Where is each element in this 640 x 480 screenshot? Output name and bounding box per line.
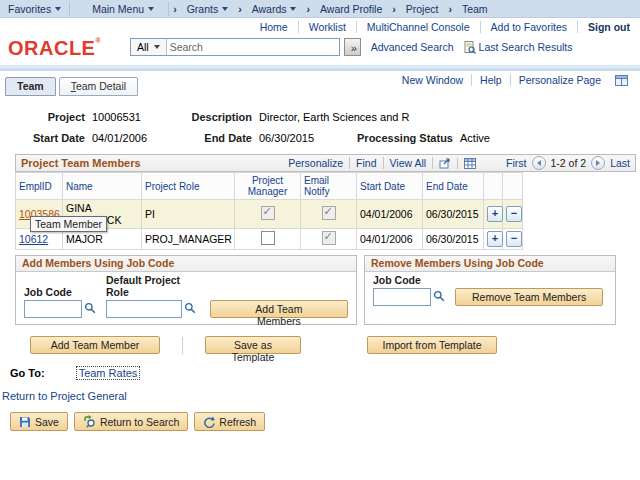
breadcrumb-favorites[interactable]: Favorites <box>0 2 70 16</box>
return-search-icon <box>83 415 96 428</box>
emplid-link[interactable]: 10612 <box>19 233 48 245</box>
page-toolbar: Save Return to Search Refresh <box>10 412 640 431</box>
breadcrumb-separator: › <box>448 3 452 15</box>
project-manager-checkbox <box>261 206 275 220</box>
job-code-field: Job Code <box>24 286 96 318</box>
add-team-member-button[interactable]: Add Team Member <box>30 336 160 354</box>
tab-team-detail[interactable]: Team Detail <box>59 77 138 96</box>
download-grid-icon[interactable] <box>458 158 482 169</box>
default-project-role-input[interactable] <box>106 300 182 318</box>
team-rates-link[interactable]: Team Rates <box>77 367 140 379</box>
project-value: 10006531 <box>85 111 182 123</box>
import-from-template-button[interactable]: Import from Template <box>367 336 497 354</box>
job-code-label: Job Code <box>373 274 445 286</box>
lookup-magnifier-icon[interactable] <box>184 302 196 316</box>
job-code-field: Job Code <box>373 274 445 306</box>
member-end-date: 06/30/2015 <box>423 229 484 250</box>
search-go-button[interactable]: » <box>344 38 361 56</box>
pager-prev-icon[interactable] <box>532 156 546 170</box>
utility-links: Home Worklist MultiChannel Console Add t… <box>0 18 640 35</box>
tab-team[interactable]: Team <box>5 77 56 96</box>
start-date-label: Start Date <box>0 132 85 144</box>
pager-range: 1-2 of 2 <box>551 157 587 169</box>
project-team-members-grid: Project Team Members Personalize Find Vi… <box>15 154 636 250</box>
save-button[interactable]: Save <box>10 412 68 431</box>
grid-header-bar: Project Team Members Personalize Find Vi… <box>15 154 636 172</box>
tab-label: Team Detail <box>71 80 126 92</box>
refresh-button[interactable]: Refresh <box>194 412 265 431</box>
save-disk-icon <box>19 416 31 428</box>
personalize-page-link[interactable]: Personalize Page <box>511 74 609 86</box>
add-team-members-button[interactable]: Add Team Members <box>210 300 348 318</box>
table-header-row: EmplID Name Project Role Project Manager… <box>16 173 523 200</box>
remove-team-members-button[interactable]: Remove Team Members <box>455 288 603 306</box>
breadcrumb-label: Main Menu <box>92 3 144 15</box>
lookup-magnifier-icon[interactable] <box>433 290 445 304</box>
multichannel-console-link[interactable]: MultiChannel Console <box>357 21 481 33</box>
delete-row-button[interactable]: − <box>506 206 522 222</box>
col-emplid: EmplID <box>16 173 63 200</box>
save-as-template-button[interactable]: Save as Template <box>205 336 301 354</box>
find-link[interactable]: Find <box>350 157 383 169</box>
pager-next-icon[interactable] <box>591 156 605 170</box>
help-link[interactable]: Help <box>472 74 511 86</box>
return-to-project-general-link[interactable]: Return to Project General <box>2 390 127 402</box>
chevron-down-icon <box>148 7 154 14</box>
masthead: ORACLE® All » Advanced Search Last Searc… <box>0 35 640 65</box>
last-search-results-link[interactable]: Last Search Results <box>464 41 573 54</box>
refresh-label: Refresh <box>219 416 256 428</box>
sign-out-link[interactable]: Sign out <box>578 21 632 33</box>
project-summary: Project 10006531 Description Director, E… <box>0 109 640 146</box>
project-label: Project <box>0 111 85 123</box>
pager-first-link[interactable]: First <box>506 157 526 169</box>
breadcrumb-separator: › <box>392 3 396 15</box>
breadcrumb-label: Awards <box>252 3 287 15</box>
project-row: Project 10006531 Description Director, E… <box>0 109 640 125</box>
worklist-link[interactable]: Worklist <box>299 21 357 33</box>
breadcrumb-award-profile[interactable]: Award Profile <box>312 2 390 16</box>
search-scope-dropdown[interactable]: All <box>130 38 167 56</box>
breadcrumb-label: Project <box>406 3 439 15</box>
breadcrumb-separator: › <box>238 3 242 15</box>
new-window-link[interactable]: New Window <box>394 74 472 86</box>
personalize-layout-icon[interactable] <box>609 75 634 86</box>
personalize-link[interactable]: Personalize <box>282 157 350 169</box>
remove-members-section: Remove Members Using Job Code Job Code R… <box>364 255 616 325</box>
breadcrumb-label: Favorites <box>8 3 51 15</box>
col-del <box>503 173 523 200</box>
breadcrumb-main-menu[interactable]: Main Menu <box>72 2 169 16</box>
job-code-sections: Add Members Using Job Code Job Code Defa… <box>15 255 640 325</box>
add-row-button[interactable]: + <box>487 206 503 222</box>
pager-last-link[interactable]: Last <box>610 157 630 169</box>
view-all-link[interactable]: View All <box>384 157 434 169</box>
breadcrumb-team[interactable]: Team <box>454 2 496 16</box>
add-row-button[interactable]: + <box>487 231 503 247</box>
home-link[interactable]: Home <box>250 21 299 33</box>
remove-members-body: Job Code Remove Team Members <box>365 272 615 312</box>
advanced-search-link[interactable]: Advanced Search <box>371 41 454 53</box>
return-to-search-button[interactable]: Return to Search <box>74 412 188 431</box>
add-members-section: Add Members Using Job Code Job Code Defa… <box>15 255 357 325</box>
member-role: PI <box>142 200 235 229</box>
delete-row-button[interactable]: − <box>506 231 522 247</box>
member-start-date: 04/01/2006 <box>357 229 423 250</box>
job-code-input[interactable] <box>24 300 82 318</box>
remove-members-title: Remove Members Using Job Code <box>365 256 615 272</box>
return-to-search-label: Return to Search <box>100 416 179 428</box>
breadcrumb-grants[interactable]: Grants <box>179 2 237 16</box>
col-end-date: End Date <box>423 173 484 200</box>
remove-job-code-input[interactable] <box>373 288 431 306</box>
search-input[interactable] <box>167 38 340 56</box>
zoom-popup-icon[interactable] <box>433 158 458 169</box>
team-member-tooltip: Team Member <box>30 216 107 232</box>
breadcrumb-awards[interactable]: Awards <box>244 2 305 16</box>
default-project-role-field: Default Project Role <box>106 274 200 318</box>
add-to-favorites-link[interactable]: Add to Favorites <box>481 21 578 33</box>
description-label: Description <box>182 111 252 123</box>
breadcrumb: Favorites Main Menu › Grants › Awards › … <box>0 0 640 18</box>
breadcrumb-project[interactable]: Project <box>398 2 447 16</box>
lookup-magnifier-icon[interactable] <box>84 302 96 316</box>
subheader: New Window Help Personalize Page Team Te… <box>0 71 640 95</box>
chevron-down-icon <box>55 7 61 14</box>
project-manager-checkbox[interactable] <box>261 231 275 245</box>
